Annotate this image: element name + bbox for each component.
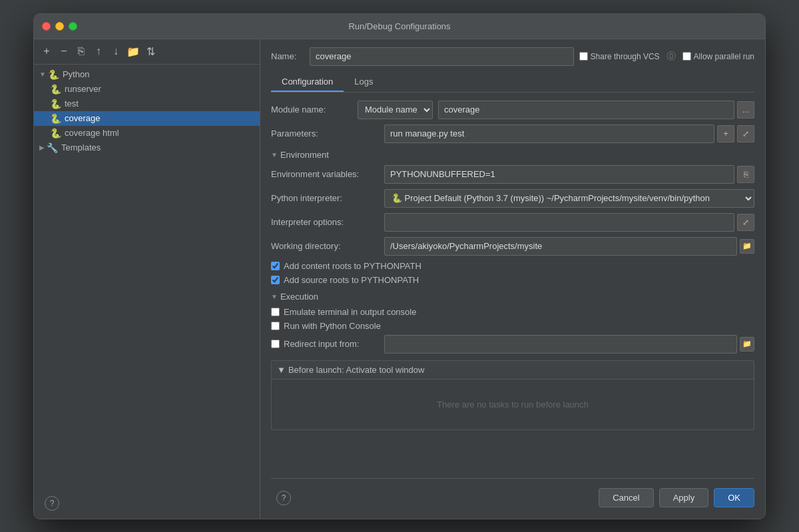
allow-parallel-checkbox[interactable] xyxy=(682,52,691,61)
redirect-input-checkbox[interactable] xyxy=(271,340,280,348)
name-label: Name: xyxy=(271,51,304,61)
add-config-button[interactable]: + xyxy=(39,44,54,59)
folder-button[interactable]: 📁 xyxy=(126,44,140,59)
help-button[interactable]: ? xyxy=(45,496,59,511)
run-python-console-row: Run with Python Console xyxy=(271,321,754,331)
templates-icon: 🔧 xyxy=(47,142,58,153)
share-vcs-checkbox[interactable] xyxy=(579,52,588,61)
add-content-roots-checkbox[interactable] xyxy=(271,262,280,270)
env-vars-input[interactable] xyxy=(384,165,734,184)
before-launch-arrow-icon: ▼ xyxy=(277,365,286,375)
minimize-button[interactable] xyxy=(55,22,64,31)
before-launch-section: ▼ Before launch: Activate tool window Th… xyxy=(271,360,754,430)
emulate-terminal-label[interactable]: Emulate terminal in output console xyxy=(284,307,416,317)
tab-logs[interactable]: Logs xyxy=(344,73,384,92)
collapse-arrow-python: ▼ xyxy=(39,71,46,78)
copy-config-button[interactable]: ⎘ xyxy=(74,44,89,59)
interpreter-options-field: ⤢ xyxy=(384,213,754,232)
traffic-lights xyxy=(42,22,77,31)
working-dir-input[interactable] xyxy=(384,237,737,256)
dialog-help-button[interactable]: ? xyxy=(276,491,291,505)
move-down-button[interactable]: ↓ xyxy=(109,44,123,59)
env-vars-label: Environment variables: xyxy=(271,169,384,179)
run-python-console-checkbox[interactable] xyxy=(271,322,280,330)
ok-button[interactable]: OK xyxy=(714,488,754,507)
left-toolbar: + − ⎘ ↑ ↓ 📁 ⇅ xyxy=(34,39,260,65)
share-vcs-label[interactable]: Share through VCS xyxy=(579,52,660,61)
interpreter-options-expand-button[interactable]: ⤢ xyxy=(737,214,754,231)
module-browse-button[interactable]: ... xyxy=(737,101,754,119)
main-content: + − ⎘ ↑ ↓ 📁 ⇅ ▼ 🐍 Python 🐍 runserver xyxy=(34,39,765,519)
name-input[interactable] xyxy=(310,47,574,66)
tree-item-runserver[interactable]: 🐍 runserver xyxy=(34,82,260,97)
interpreter-field: 🐍 Project Default (Python 3.7 (mysite)) … xyxy=(384,189,754,208)
environment-section-header[interactable]: ▼ Environment xyxy=(271,150,754,160)
interpreter-select[interactable]: 🐍 Project Default (Python 3.7 (mysite)) … xyxy=(384,189,754,208)
interpreter-row: Python interpreter: 🐍 Project Default (P… xyxy=(271,189,754,208)
allow-parallel-text: Allow parallel run xyxy=(694,52,754,61)
coverage-icon: 🐍 xyxy=(50,113,61,124)
before-launch-header[interactable]: ▼ Before launch: Activate tool window xyxy=(272,361,754,380)
add-content-roots-label[interactable]: Add content roots to PYTHONPATH xyxy=(284,261,421,271)
close-button[interactable] xyxy=(42,22,51,31)
before-launch-label: Before launch: Activate tool window xyxy=(288,365,425,375)
coverage-html-icon: 🐍 xyxy=(50,128,61,138)
tree-group-templates[interactable]: ▶ 🔧 Templates xyxy=(34,140,260,155)
parameters-expand2-button[interactable]: ⤢ xyxy=(737,125,754,142)
apply-button[interactable]: Apply xyxy=(659,488,709,507)
working-dir-label: Working directory: xyxy=(271,241,384,251)
module-type-select[interactable]: Module name Script path xyxy=(358,101,433,119)
bottom-bar: ? Cancel Apply OK xyxy=(271,478,754,519)
interpreter-options-row: Interpreter options: ⤢ xyxy=(271,213,754,232)
env-vars-field: ⎘ xyxy=(384,165,754,184)
working-dir-row: Working directory: 📁 xyxy=(271,237,754,256)
add-source-roots-row: Add source roots to PYTHONPATH xyxy=(271,275,754,285)
redirect-input-input[interactable] xyxy=(384,335,737,354)
parameters-row: Parameters: + ⤢ xyxy=(271,125,754,143)
window-title: Run/Debug Configurations xyxy=(348,21,450,31)
module-name-field: ... xyxy=(438,101,754,119)
tree-item-label: coverage xyxy=(65,113,100,123)
redirect-input-label[interactable]: Redirect input from: xyxy=(284,339,359,349)
config-content: Module name: Module name Script path ...… xyxy=(271,93,754,478)
working-dir-field: 📁 xyxy=(384,237,754,256)
config-tree: ▼ 🐍 Python 🐍 runserver 🐍 test 🐍 coverage xyxy=(34,65,260,488)
vcs-help-icon[interactable]: ⓪ xyxy=(666,51,676,63)
add-source-roots-checkbox[interactable] xyxy=(271,276,280,284)
config-tabs: Configuration Logs xyxy=(271,73,754,93)
tab-configuration[interactable]: Configuration xyxy=(271,73,344,92)
module-name-label: Module name: xyxy=(271,105,358,115)
share-vcs-text: Share through VCS xyxy=(591,52,660,61)
interpreter-options-input[interactable] xyxy=(384,213,734,232)
execution-section-header[interactable]: ▼ Execution xyxy=(271,292,754,302)
parameters-input[interactable] xyxy=(384,125,714,143)
tree-item-label: runserver xyxy=(65,84,101,94)
sort-button[interactable]: ⇅ xyxy=(143,44,158,59)
working-dir-folder-button[interactable]: 📁 xyxy=(740,239,754,254)
redirect-folder-button[interactable]: 📁 xyxy=(740,337,754,352)
remove-config-button[interactable]: − xyxy=(57,44,71,59)
tree-item-coverage-html[interactable]: 🐍 coverage html xyxy=(34,126,260,140)
module-name-input[interactable] xyxy=(438,101,734,119)
interpreter-options-label: Interpreter options: xyxy=(271,217,384,227)
right-panel: Name: Share through VCS ⓪ Allow parallel… xyxy=(260,39,765,519)
emulate-terminal-checkbox[interactable] xyxy=(271,308,280,316)
tree-item-coverage[interactable]: 🐍 coverage xyxy=(34,111,260,126)
python-group-icon: 🐍 xyxy=(48,69,59,80)
maximize-button[interactable] xyxy=(69,22,77,31)
add-source-roots-label[interactable]: Add source roots to PYTHONPATH xyxy=(284,275,419,285)
redirect-input-field: 📁 xyxy=(384,335,754,354)
no-tasks-text: There are no tasks to run before launch xyxy=(437,399,589,409)
python-group-label: Python xyxy=(63,69,89,79)
environment-label: Environment xyxy=(280,150,329,160)
allow-parallel-label[interactable]: Allow parallel run xyxy=(682,52,754,61)
parameters-expand-button[interactable]: + xyxy=(717,125,734,142)
run-python-console-label[interactable]: Run with Python Console xyxy=(284,321,381,331)
env-vars-copy-button[interactable]: ⎘ xyxy=(737,166,754,183)
templates-label: Templates xyxy=(61,142,101,152)
move-up-button[interactable]: ↑ xyxy=(91,44,106,59)
left-panel: + − ⎘ ↑ ↓ 📁 ⇅ ▼ 🐍 Python 🐍 runserver xyxy=(34,39,260,519)
tree-group-python[interactable]: ▼ 🐍 Python xyxy=(34,67,260,82)
tree-item-test[interactable]: 🐍 test xyxy=(34,97,260,111)
cancel-button[interactable]: Cancel xyxy=(599,488,653,507)
